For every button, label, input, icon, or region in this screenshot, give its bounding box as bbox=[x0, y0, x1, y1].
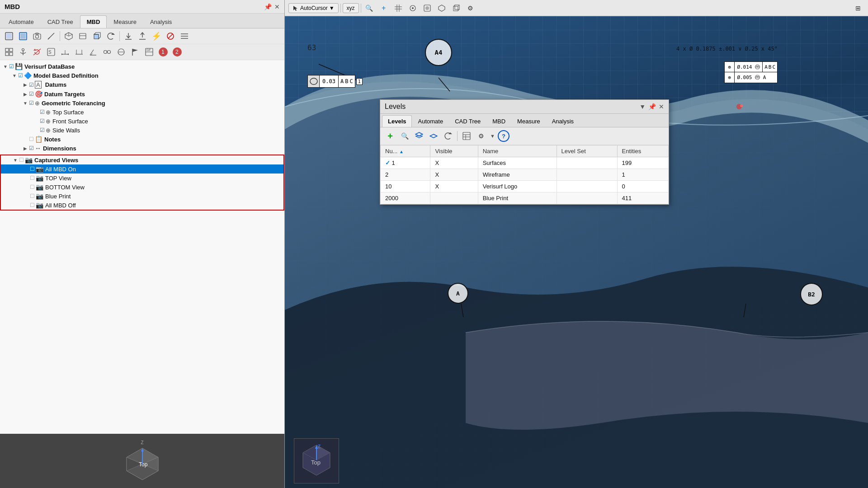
tab-cad-tree[interactable]: CAD Tree bbox=[41, 15, 80, 28]
table-row[interactable]: 10 X Verisurf Logo 0 bbox=[381, 181, 669, 192]
col-header-entities[interactable]: Entities bbox=[617, 145, 668, 157]
tb-chain-btn[interactable] bbox=[101, 46, 113, 58]
dialog-tab-automate[interactable]: Automate bbox=[412, 115, 449, 127]
tree-node-bottom-view[interactable]: ▶ ☐ 📷 BOTTOM View bbox=[1, 183, 283, 192]
col-header-levelset[interactable]: Level Set bbox=[557, 145, 617, 157]
tb-anchor-btn[interactable] bbox=[17, 46, 29, 58]
tb-tolerance-btn[interactable]: GF bbox=[143, 46, 156, 58]
expander-datum-targets[interactable]: ▶ bbox=[22, 90, 29, 98]
tb-num1-btn[interactable]: 1 bbox=[157, 46, 170, 58]
tb-select-btn[interactable] bbox=[3, 30, 15, 42]
expander-captured-views[interactable]: ▼ bbox=[12, 156, 19, 164]
tree-node-top-surface[interactable]: ▶ ☑ ⊕ Top Surface bbox=[0, 108, 284, 117]
table-row[interactable]: ✓ 1 X Surfaces 199 bbox=[381, 157, 669, 169]
expander-geo-tol[interactable]: ▼ bbox=[22, 99, 29, 107]
tab-mbd[interactable]: MBD bbox=[80, 15, 107, 28]
cursor-btn[interactable]: AutoCursor ▼ bbox=[288, 3, 339, 13]
tb-upload-btn[interactable] bbox=[136, 30, 149, 42]
tb-angle-btn[interactable] bbox=[87, 46, 99, 58]
xyz-btn[interactable]: xyz bbox=[343, 3, 359, 13]
check-all-mbd-off[interactable]: ☐ bbox=[30, 202, 35, 208]
tab-analysis[interactable]: Analysis bbox=[143, 15, 179, 28]
vp-plus-btn[interactable]: + bbox=[377, 2, 390, 14]
table-row[interactable]: 2 X Wireframe 1 bbox=[381, 169, 669, 181]
tb-flag-btn[interactable] bbox=[129, 46, 142, 58]
check-verisurf-db[interactable]: ☑ bbox=[9, 63, 14, 70]
col-header-visible[interactable]: Visible bbox=[430, 145, 478, 157]
dialog-tab-levels[interactable]: Levels bbox=[382, 115, 412, 127]
tb-rotate-btn[interactable] bbox=[104, 30, 117, 42]
dialog-dropdown-icon[interactable]: ▼ bbox=[639, 103, 646, 110]
vp-render-btn[interactable] bbox=[421, 2, 434, 14]
tb-flat-btn[interactable] bbox=[76, 30, 89, 42]
tb-list-btn[interactable] bbox=[178, 30, 191, 42]
tree-node-verisurf-db[interactable]: ▼ ☑ 💾 Verisurf DataBase bbox=[0, 62, 284, 71]
check-top-surface[interactable]: ☑ bbox=[40, 109, 45, 115]
tab-automate[interactable]: Automate bbox=[2, 15, 41, 28]
tree-node-top-view[interactable]: ▶ ☐ 📷 TOP View bbox=[1, 174, 283, 183]
table-row[interactable]: 2000 Blue Print 411 bbox=[381, 192, 669, 204]
pin-icon[interactable]: 📌 bbox=[264, 3, 272, 10]
tree-node-all-mbd-off[interactable]: ▶ ☐ 📷 All MBD Off bbox=[1, 201, 283, 210]
expander-dimensions[interactable]: ▶ bbox=[22, 145, 29, 152]
close-icon[interactable]: ✕ bbox=[274, 3, 280, 10]
check-mbd[interactable]: ☑ bbox=[18, 72, 23, 79]
dialog-close-icon[interactable]: ✕ bbox=[659, 103, 664, 110]
dialog-layers-btn[interactable] bbox=[413, 130, 425, 142]
check-datum-targets[interactable]: ☑ bbox=[29, 91, 34, 97]
expander-datums[interactable]: ▶ bbox=[22, 81, 29, 89]
tb-refresh-btn[interactable] bbox=[31, 46, 43, 58]
tree-node-notes[interactable]: ▶ ☐ 📋 Notes bbox=[0, 135, 284, 144]
dialog-tab-analysis[interactable]: Analysis bbox=[546, 115, 580, 127]
dialog-search-btn[interactable]: 🔍 bbox=[398, 130, 411, 142]
check-dimensions[interactable]: ☑ bbox=[29, 145, 34, 151]
vp-plane-btn[interactable] bbox=[435, 2, 448, 14]
tb-box-select-btn[interactable] bbox=[17, 30, 29, 42]
expander-verisurf-db[interactable]: ▼ bbox=[2, 63, 9, 70]
check-all-mbd-on[interactable]: ☐ bbox=[30, 166, 35, 172]
tree-node-datums[interactable]: ▶ ☑ A Datums bbox=[0, 80, 284, 89]
dialog-tab-measure[interactable]: Measure bbox=[511, 115, 546, 127]
dialog-table-btn[interactable] bbox=[460, 130, 473, 142]
check-geo-tol[interactable]: ☑ bbox=[29, 100, 34, 106]
tb-circle-dim-btn[interactable] bbox=[115, 46, 127, 58]
tb-cube-btn[interactable] bbox=[62, 30, 75, 42]
check-front-surface[interactable]: ☑ bbox=[40, 118, 45, 124]
dialog-add-btn[interactable]: + bbox=[384, 130, 396, 142]
dialog-gear-btn[interactable]: ⚙ bbox=[475, 130, 487, 142]
dialog-help-btn[interactable]: ? bbox=[498, 130, 509, 142]
vp-cube-btn[interactable] bbox=[450, 2, 462, 14]
vp-expand-btn[interactable]: ⊞ bbox=[852, 2, 864, 14]
tb-edit-btn[interactable]: S bbox=[45, 46, 57, 58]
vp-search-btn[interactable]: 🔍 bbox=[363, 2, 376, 14]
tb-num2-btn[interactable]: 2 bbox=[171, 46, 184, 58]
check-notes[interactable]: ☐ bbox=[29, 136, 34, 142]
tb-camera-btn[interactable] bbox=[31, 30, 43, 42]
dialog-pin-icon[interactable]: 📌 bbox=[648, 103, 656, 110]
dialog-tab-mbd[interactable]: MBD bbox=[486, 115, 511, 127]
tb-ref-dim-btn[interactable] bbox=[73, 46, 85, 58]
tb-grid-btn[interactable] bbox=[3, 46, 15, 58]
vp-grid-btn[interactable] bbox=[392, 2, 405, 14]
tree-node-geo-tol[interactable]: ▼ ☑ ⊕ Geometric Tolerancing bbox=[0, 99, 284, 108]
col-header-num[interactable]: Nu... ▲ bbox=[381, 145, 430, 157]
tree-node-blue-print[interactable]: ▶ ☐ 📷 Blue Print bbox=[1, 192, 283, 201]
tree-node-front-surface[interactable]: ▶ ☑ ⊕ Front Surface bbox=[0, 117, 284, 126]
dialog-layers-down-btn[interactable] bbox=[427, 130, 440, 142]
check-datums[interactable]: ☑ bbox=[29, 82, 34, 88]
tree-node-captured-views[interactable]: ▼ ☐ 📷 Captured Views bbox=[1, 155, 283, 164]
check-top-view[interactable]: ☐ bbox=[30, 175, 35, 181]
tb-dimension-btn[interactable] bbox=[59, 46, 71, 58]
tree-node-mbd[interactable]: ▼ ☑ 🔷 Model Based Definition bbox=[0, 71, 284, 80]
vp-snap-btn[interactable] bbox=[406, 2, 419, 14]
tb-cancel-btn[interactable] bbox=[164, 30, 177, 42]
tb-lightning-btn[interactable]: ⚡ bbox=[150, 30, 163, 42]
dialog-back-btn[interactable] bbox=[442, 130, 454, 142]
tab-measure[interactable]: Measure bbox=[107, 15, 143, 28]
dialog-gear-dropdown[interactable]: ▼ bbox=[490, 133, 495, 139]
check-blue-print[interactable]: ☐ bbox=[30, 193, 35, 199]
tb-measure-btn[interactable] bbox=[45, 30, 57, 42]
check-bottom-view[interactable]: ☐ bbox=[30, 184, 35, 190]
tree-node-datum-targets[interactable]: ▶ ☑ 🎯 Datum Targets bbox=[0, 89, 284, 99]
tree-node-side-walls[interactable]: ▶ ☑ ⊕ Side Walls bbox=[0, 126, 284, 135]
